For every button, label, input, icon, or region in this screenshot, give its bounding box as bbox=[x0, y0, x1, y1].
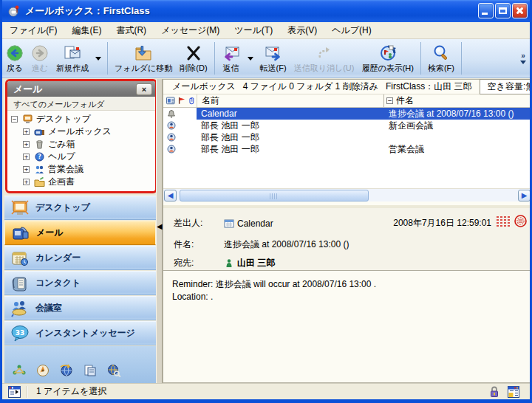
menu-tools[interactable]: ツール(T) bbox=[227, 22, 280, 39]
expand-icon[interactable]: + bbox=[23, 154, 30, 160]
scroll-left-icon[interactable]: ◀ bbox=[164, 190, 177, 202]
tree-item-trash[interactable]: + ごみ箱 bbox=[7, 138, 155, 151]
tree-item-desktop[interactable]: − デスクトップ bbox=[7, 113, 155, 125]
sidebar-item-instant-message[interactable]: 33 インスタントメッセージ bbox=[4, 321, 156, 345]
collapse-expander-icon[interactable]: − bbox=[11, 116, 18, 123]
mail-panel-header[interactable]: メール × bbox=[7, 81, 155, 97]
message-sender: 部長 池田 一郎 bbox=[197, 120, 383, 131]
toolbar-overflow-button[interactable]: » bbox=[518, 50, 528, 67]
move-to-folder-button[interactable]: フォルダに移動 bbox=[111, 41, 176, 76]
scrollbar-grip bbox=[270, 193, 279, 199]
close-button[interactable] bbox=[512, 3, 528, 18]
tree-item-planning-docs[interactable]: + 企画書 bbox=[7, 176, 155, 188]
firstclass-window: メールボックス：FirstClass ファイル(F) 編集(E) 書式(R) メ… bbox=[0, 0, 532, 403]
pane-splitter[interactable] bbox=[156, 79, 163, 383]
globe-sync-icon[interactable] bbox=[59, 364, 74, 377]
help-icon: ? bbox=[34, 152, 45, 162]
split-view-icon[interactable] bbox=[8, 386, 21, 398]
reply-dropdown-icon[interactable] bbox=[248, 57, 253, 61]
maximize-button[interactable] bbox=[495, 3, 511, 18]
title-bar[interactable]: メールボックス：FirstClass bbox=[0, 0, 532, 22]
tree-item-label: 営業会議 bbox=[48, 163, 83, 176]
forward-button[interactable]: 進む bbox=[27, 41, 52, 76]
preview-from-row: 差出人: Calendar bbox=[174, 217, 273, 230]
list-column-header: 名前 − 件名 bbox=[163, 94, 531, 108]
horizontal-scrollbar[interactable]: ◀ ▶ bbox=[163, 188, 531, 202]
web-search-icon[interactable] bbox=[106, 364, 121, 377]
calendar-icon bbox=[10, 249, 30, 267]
attachment-column-icon[interactable] bbox=[188, 97, 197, 105]
message-row[interactable]: 部長 池田 一郎 営業会議 bbox=[163, 143, 531, 155]
sidebar-item-contacts[interactable]: コンタクト bbox=[4, 271, 156, 295]
recipient-person-icon bbox=[224, 258, 234, 268]
conference-icon bbox=[10, 300, 30, 317]
news-documents-icon[interactable] bbox=[83, 364, 98, 377]
body-line: Reminder: 進捗会議 will occur at 2008/07/16 … bbox=[172, 278, 531, 291]
message-subject: 進捗会議 at 2008/07/16 13:00 () bbox=[383, 108, 531, 120]
sidebar-item-label: デスクトップ bbox=[35, 202, 90, 214]
menu-view[interactable]: 表示(V) bbox=[280, 22, 324, 39]
sidebar-item-desktop[interactable]: デスクトップ bbox=[4, 196, 156, 220]
column-header-subject[interactable]: − 件名 bbox=[383, 94, 531, 107]
message-row[interactable]: 部長 池田 一郎 新企画会議 bbox=[163, 120, 531, 131]
window-title: メールボックス：FirstClass bbox=[25, 4, 150, 18]
row-icon-gutter bbox=[163, 145, 197, 154]
unsend-button[interactable]: 送信取り消し(U) bbox=[290, 41, 358, 76]
message-row[interactable]: Calendar 進捗会議 at 2008/07/16 13:00 () bbox=[163, 108, 531, 120]
sidebar-item-calendar[interactable]: カレンダー bbox=[4, 246, 156, 270]
to-value[interactable]: 山田 三郎 bbox=[237, 257, 275, 269]
expand-icon[interactable]: + bbox=[23, 166, 30, 173]
menu-help[interactable]: ヘルプ(H) bbox=[324, 22, 379, 39]
reminder-bell-icon bbox=[167, 109, 176, 118]
unsend-icon bbox=[316, 44, 333, 63]
menu-message[interactable]: メッセージ(M) bbox=[154, 22, 227, 39]
flag-column-icon[interactable] bbox=[177, 97, 186, 105]
status-right-icons bbox=[488, 386, 530, 398]
delete-icon bbox=[185, 44, 202, 63]
sidebar-item-label: カレンダー bbox=[35, 252, 81, 264]
workgroup-icon[interactable] bbox=[12, 364, 27, 377]
sent-mark-icon bbox=[496, 215, 512, 227]
menu-format[interactable]: 書式(R) bbox=[109, 22, 154, 39]
layout-view-icon[interactable] bbox=[508, 386, 519, 398]
back-button[interactable]: 戻る bbox=[2, 41, 27, 76]
scroll-right-icon[interactable]: ▶ bbox=[518, 190, 531, 202]
menu-edit[interactable]: 編集(E) bbox=[64, 22, 109, 39]
sidebar-item-conference[interactable]: 会議室 bbox=[4, 296, 156, 320]
sidebar-item-label: メール bbox=[36, 227, 64, 239]
expand-icon[interactable]: + bbox=[23, 128, 30, 135]
minimize-button[interactable] bbox=[478, 3, 494, 18]
tree-item-help[interactable]: + ? ヘルプ bbox=[7, 151, 155, 163]
from-value[interactable]: Calendar bbox=[237, 218, 273, 229]
reply-button[interactable]: 返信 bbox=[218, 41, 245, 76]
collapse-column-icon[interactable]: − bbox=[386, 97, 393, 104]
search-button[interactable]: 検索(F) bbox=[424, 41, 458, 76]
column-header-name[interactable]: 名前 bbox=[197, 94, 383, 107]
compass-icon[interactable] bbox=[35, 364, 50, 377]
message-list: Calendar 進捗会議 at 2008/07/16 13:00 () 部長 … bbox=[163, 108, 531, 155]
app-logo-icon bbox=[7, 4, 21, 18]
new-message-button[interactable]: 新規作成 bbox=[52, 41, 92, 76]
message-state-column-icon[interactable] bbox=[166, 97, 175, 105]
list-empty-area bbox=[163, 155, 531, 188]
new-message-dropdown-icon[interactable] bbox=[95, 57, 101, 61]
message-subject: 営業会議 bbox=[383, 143, 531, 155]
seal-stamp-icon bbox=[514, 215, 527, 227]
menu-file[interactable]: ファイル(F) bbox=[2, 22, 64, 39]
sidebar-icon-strip bbox=[4, 346, 156, 383]
delete-button[interactable]: 削除(D) bbox=[176, 41, 211, 76]
forward-mail-button[interactable]: 転送(F) bbox=[256, 41, 290, 76]
person-icon bbox=[167, 121, 176, 130]
message-row[interactable]: 部長 池田 一郎 bbox=[163, 131, 531, 143]
account-name: FirstClass：山田 三郎 bbox=[386, 80, 472, 93]
expand-icon[interactable]: + bbox=[23, 179, 30, 185]
expand-icon[interactable]: + bbox=[23, 141, 30, 148]
panel-close-button[interactable]: × bbox=[136, 83, 152, 95]
tree-item-sales-conference[interactable]: + 営業会議 bbox=[7, 163, 155, 176]
collapse-sidebar-icon[interactable]: ◀ bbox=[157, 222, 163, 230]
sidebar-item-mail[interactable]: メール bbox=[4, 221, 156, 245]
history-button[interactable]: 履歴の表示(H) bbox=[358, 41, 417, 76]
scrollbar-thumb[interactable] bbox=[180, 190, 369, 202]
svg-text:33: 33 bbox=[16, 328, 25, 336]
tree-item-mailbox[interactable]: + メールボックス bbox=[7, 125, 155, 138]
